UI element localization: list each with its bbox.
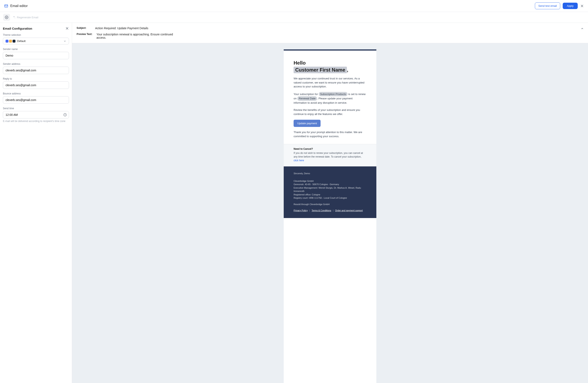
subject-value: Action Required: Update Payment Details: [95, 27, 148, 30]
bounce-input[interactable]: [3, 96, 69, 104]
settings-gear-button[interactable]: [3, 14, 10, 20]
products-pill: Subscription Products: [319, 92, 348, 96]
theme-label: Theme selection: [3, 34, 69, 37]
theme-select[interactable]: Default: [3, 38, 69, 44]
send-time-label: Send time: [3, 107, 69, 110]
regenerate-label: Regenerate Email: [12, 16, 38, 19]
footer-office: Registered office: Cologne: [294, 193, 366, 196]
email-preview: Hello Customer First Name, We appreciate…: [284, 49, 376, 383]
reply-to-label: Reply to: [3, 77, 69, 80]
send-time-hint: E-mail will be delivered according to re…: [3, 120, 69, 123]
theme-swatches: [5, 40, 15, 43]
privacy-link[interactable]: Privacy Policy: [294, 209, 308, 212]
update-payment-button[interactable]: Update payment: [294, 120, 321, 127]
footer-sep: |: [309, 209, 310, 212]
apply-button[interactable]: Apply: [563, 3, 578, 9]
greeting-name-row: Customer First Name,: [294, 67, 366, 73]
reply-to-input[interactable]: [3, 81, 69, 89]
page-title: Email editor: [10, 4, 28, 8]
clock-icon: [63, 113, 67, 117]
send-test-button[interactable]: Send test email: [535, 2, 560, 9]
sender-name-label: Sender name: [3, 48, 69, 51]
theme-value: Default: [17, 39, 25, 43]
sender-addr-label: Sender address: [3, 62, 69, 65]
email-footer: Sincerely, Demo Cleverbridge GmbH Gereon…: [284, 166, 376, 218]
send-time-field: Send time E-mail will be delivered accor…: [3, 107, 69, 123]
terms-link[interactable]: Terms & Conditions: [312, 209, 331, 212]
topbar: Email editor Send test email Apply: [0, 0, 588, 12]
cancel-text: If you do not wish to renew your subscri…: [294, 151, 366, 162]
reply-to-field: Reply to: [3, 77, 69, 89]
para-2: Your subscription for Subscription Produ…: [294, 92, 366, 105]
p2a: Your subscription for: [294, 93, 319, 96]
name-placeholder-pill: Customer First Name: [294, 67, 347, 73]
sender-addr-field: Sender address: [3, 62, 69, 74]
sender-name-field: Sender name: [3, 48, 69, 59]
config-close-icon[interactable]: [65, 27, 69, 30]
svg-point-3: [6, 17, 7, 18]
theme-select-left: Default: [5, 39, 25, 43]
meta-bar: Subject: Action Required: Update Payment…: [72, 23, 588, 43]
swatch-dark: [13, 40, 15, 43]
preview-zone: Hello Customer First Name, We appreciate…: [72, 43, 588, 383]
footer-addr: Gereonstr. 43-65 · 50670 Cologne · Germa…: [294, 183, 366, 186]
close-icon[interactable]: [580, 4, 584, 8]
cancel-heading: Need to Cancel?: [294, 148, 366, 150]
cancel-link[interactable]: click here: [294, 159, 304, 162]
greeting: Hello: [294, 60, 366, 66]
email-body: Hello Customer First Name, We appreciate…: [284, 51, 376, 144]
footer-company-block: Cleverbridge GmbH Gereonstr. 43-65 · 506…: [294, 179, 366, 200]
bounce-field: Bounce address: [3, 92, 69, 104]
para-1: We appreciate your continued trust in ou…: [294, 77, 366, 89]
footer-mgmt: Executive Management: Wendi Sturgis, Dr.…: [294, 186, 366, 193]
theme-field: Theme selection Default: [3, 34, 69, 44]
send-time-wrap: [3, 111, 69, 118]
content: Subject: Action Required: Update Payment…: [72, 23, 588, 383]
collapse-chevron-icon[interactable]: [581, 27, 584, 30]
config-heading: Email Configuration: [3, 27, 32, 30]
footer-resold: Resold through Cleverbridge GmbH: [294, 203, 366, 206]
cancel-box: Need to Cancel? If you do not wish to re…: [284, 144, 376, 166]
topbar-right: Send test email Apply: [535, 2, 584, 9]
cancel-body: If you do not wish to renew your subscri…: [294, 152, 363, 158]
subject-row: Subject: Action Required: Update Payment…: [77, 27, 584, 30]
footer-sep: |: [333, 209, 334, 212]
gear-icon: [5, 16, 8, 19]
sparkle-icon: [12, 16, 16, 19]
topbar-left: Email editor: [4, 4, 28, 8]
footer-signoff: Sincerely, Demo: [294, 172, 366, 175]
comma: ,: [347, 67, 348, 73]
regenerate-text: Regenerate Email: [17, 16, 38, 19]
para-3: Review the benefits of your subscription…: [294, 108, 366, 116]
sender-name-input[interactable]: [3, 52, 69, 59]
chevron-down-icon: [63, 40, 66, 43]
swatch-blue: [5, 40, 8, 43]
renewal-date-pill: Renewal Date: [297, 96, 317, 101]
preview-label: Preview Text:: [77, 33, 92, 36]
footer-company: Cleverbridge GmbH: [294, 179, 366, 183]
main: Email Configuration Theme selection Defa…: [0, 23, 588, 383]
bounce-label: Bounce address: [3, 92, 69, 95]
para-4: Thank you for your prompt attention to t…: [294, 130, 366, 138]
support-link[interactable]: Order and payment support: [335, 209, 363, 212]
regen-bar: Regenerate Email: [0, 12, 588, 23]
footer-links: Privacy Policy | Terms & Conditions | Or…: [294, 209, 366, 212]
preview-row: Preview Text: Your subscription renewal …: [77, 33, 584, 39]
preview-value: Your subscription renewal is approaching…: [96, 33, 175, 39]
subject-label: Subject:: [77, 27, 91, 29]
config-header: Email Configuration: [3, 27, 69, 30]
send-time-input[interactable]: [3, 111, 69, 118]
sender-addr-input[interactable]: [3, 67, 69, 74]
config-panel: Email Configuration Theme selection Defa…: [0, 23, 72, 383]
swatch-yellow: [9, 40, 12, 43]
footer-court: Registry court: HRB 111750 - Local Court…: [294, 196, 366, 200]
mail-icon: [4, 4, 8, 8]
